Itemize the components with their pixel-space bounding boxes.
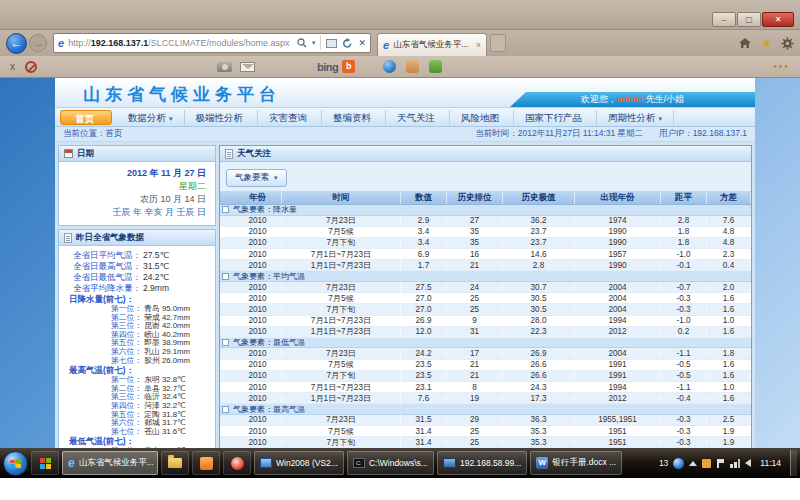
taskbar-window-button[interactable]: Win2008 (VS2... (254, 451, 344, 475)
cell-occurrence-year: 2004 (575, 349, 661, 358)
table-row[interactable]: 2010 7月1日~7月23日 6.9 16 14.6 1957 -1.0 2.… (220, 249, 751, 260)
menu-item[interactable]: 首页 (60, 110, 112, 125)
cell-value: 3.4 (401, 238, 447, 247)
column-header[interactable]: 年份 (234, 192, 282, 204)
search-icon[interactable] (297, 38, 307, 48)
show-desktop-button[interactable] (790, 450, 797, 476)
stop-icon[interactable]: ✕ (358, 38, 366, 48)
new-tab-button[interactable] (490, 34, 506, 52)
page-title: 山东省气候业务平台 (83, 83, 281, 106)
table-row[interactable]: 2010 7月23日 2.9 27 36.2 1974 2.8 7.6 (220, 216, 751, 227)
address-bar[interactable]: e http://192.168.137.1/SLCCLIMATE/module… (53, 33, 371, 53)
close-button[interactable]: ✕ (762, 12, 794, 27)
menu-item[interactable]: 国家下行产品 (514, 110, 597, 125)
table-row[interactable]: 2010 7月23日 27.5 24 30.7 2004 -0.7 2.0 (220, 282, 751, 293)
table-row[interactable]: 2010 7月下旬 3.4 35 23.7 1990 1.8 4.8 (220, 238, 751, 249)
addon-puzzle-icon[interactable] (429, 60, 442, 73)
tab-close-icon[interactable]: × (476, 40, 481, 50)
column-header[interactable]: 历史排位 (447, 192, 503, 204)
mail-icon[interactable] (240, 62, 255, 72)
tray-volume-icon[interactable] (745, 459, 751, 467)
column-header[interactable]: 时间 (282, 192, 401, 204)
close-sidebar-icon[interactable]: x (10, 61, 15, 72)
table-row[interactable]: 2010 7月5候 23.5 21 26.6 1991 -0.5 1.6 (220, 360, 751, 371)
cell-anomaly: -1.0 (661, 316, 707, 325)
table-row[interactable]: 2010 7月23日 24.2 17 26.9 2004 -1.1 1.8 (220, 348, 751, 359)
collapse-icon[interactable] (222, 406, 229, 413)
column-header[interactable]: 出现年份 (575, 192, 661, 204)
column-header[interactable]: 历史极值 (503, 192, 575, 204)
home-icon[interactable] (738, 37, 752, 49)
blocked-icon[interactable] (25, 61, 37, 73)
tray-action-center-flag-icon[interactable] (716, 459, 725, 468)
cell-variance: 1.9 (707, 438, 751, 447)
table-group-header[interactable]: 气象要素：最高气温 (220, 404, 751, 415)
taskbar-ie-window-button[interactable]: e 山东省气候业务平... (62, 451, 158, 475)
table-group-header[interactable]: 气象要素：最低气温 (220, 338, 751, 349)
browser-tab[interactable]: e 山东省气候业务平... × (377, 33, 487, 56)
paint-icon[interactable] (406, 60, 419, 73)
table-row[interactable]: 2010 7月1日~7月23日 23.1 8 24.3 1994 -1.1 1.… (220, 382, 751, 393)
start-button[interactable] (3, 451, 28, 476)
menu-item[interactable]: 风险地图 (450, 110, 514, 125)
webcam-icon[interactable] (383, 60, 396, 73)
taskbar-window-button[interactable]: W 银行手册.docx ... (530, 451, 622, 475)
collapse-icon[interactable] (222, 339, 229, 346)
pinned-app-icon[interactable] (31, 451, 59, 475)
menu-item[interactable]: 整编资料 (322, 110, 386, 125)
forward-button[interactable]: → (29, 34, 47, 52)
bing-box-icon[interactable]: b (342, 60, 355, 73)
table-row[interactable]: 2010 7月5候 3.4 35 23.7 1990 1.8 4.8 (220, 227, 751, 238)
menu-item[interactable]: 极端性分析 (185, 110, 259, 125)
element-select-button[interactable]: 气象要素 ▾ (226, 169, 287, 187)
table-group-header[interactable]: 气象要素：降水量 (220, 205, 751, 216)
menu-item-label: 风险地图 (461, 112, 499, 123)
tray-show-hidden-icon[interactable] (689, 461, 697, 466)
refresh-icon[interactable] (342, 38, 353, 49)
favorites-star-icon[interactable]: ★ (761, 36, 772, 50)
table-row[interactable]: 2010 7月下旬 27.0 25 30.5 2004 -0.3 1.6 (220, 304, 751, 315)
tray-globe-icon[interactable] (673, 458, 684, 469)
table-group-header[interactable]: 气象要素：平均气温 (220, 271, 751, 282)
camera-icon[interactable] (217, 62, 232, 72)
taskbar-orange-app-button[interactable] (192, 451, 220, 475)
cell-year: 2010 (234, 316, 282, 325)
maximize-button[interactable]: ▢ (737, 12, 761, 27)
compatibility-view-icon[interactable] (326, 39, 337, 48)
table-row[interactable]: 2010 7月5候 27.0 25 30.5 2004 -0.3 1.6 (220, 293, 751, 304)
settings-gear-icon[interactable] (781, 37, 794, 50)
menu-item[interactable]: 周期性分析▾ (597, 110, 674, 125)
taskbar-window-button[interactable]: 192.168.58.99... (437, 451, 527, 475)
collapse-icon[interactable] (222, 206, 229, 213)
table-row[interactable]: 2010 7月下旬 23.5 21 26.6 1991 -0.5 1.6 (220, 371, 751, 382)
tray-security-icon[interactable] (702, 459, 711, 468)
menu-item[interactable]: 灾害查询 (258, 110, 322, 125)
back-button[interactable]: ← (6, 33, 27, 54)
table-row[interactable]: 2010 7月5候 31.4 25 35.3 1951 -0.3 1.9 (220, 426, 751, 437)
user-ip: 用户IP：192.168.137.1 (659, 128, 747, 140)
cell-history-rank: 31 (447, 327, 503, 336)
collapse-icon[interactable] (222, 273, 229, 280)
table-row[interactable]: 2010 7月23日 31.5 29 36.3 1955,1951 -0.3 2… (220, 415, 751, 426)
table-row[interactable]: 2010 7月1日~7月23日 26.9 9 28.0 1994 -1.0 1.… (220, 316, 751, 327)
tray-network-icon[interactable] (730, 459, 740, 468)
search-dropdown-icon[interactable]: ▾ (312, 39, 316, 47)
cell-year: 2010 (234, 349, 282, 358)
cell-history-extreme: 30.7 (503, 283, 575, 292)
more-options-icon[interactable]: ••• (773, 61, 790, 72)
cell-occurrence-year: 1990 (575, 238, 661, 247)
taskbar-window-button[interactable]: C: C:\Windows\s... (347, 451, 434, 475)
column-header[interactable]: 数值 (401, 192, 447, 204)
table-row[interactable]: 2010 7月下旬 31.4 25 35.3 1951 -0.3 1.9 (220, 437, 751, 448)
menu-item[interactable]: 数据分析▾ (117, 110, 185, 125)
tray-clock[interactable]: 11:14 (760, 458, 781, 468)
taskbar-red-app-button[interactable] (223, 451, 251, 475)
cell-occurrence-year: 1974 (575, 216, 661, 225)
bing-logo[interactable]: bing (317, 61, 338, 73)
menu-item[interactable]: 天气关注 (386, 110, 450, 125)
taskbar-window-label: Win2008 (VS2... (276, 458, 338, 468)
taskbar-explorer-button[interactable] (161, 451, 189, 475)
column-header[interactable]: 方差 (707, 192, 751, 204)
column-header[interactable]: 距平 (661, 192, 707, 204)
minimize-button[interactable]: – (712, 12, 736, 27)
